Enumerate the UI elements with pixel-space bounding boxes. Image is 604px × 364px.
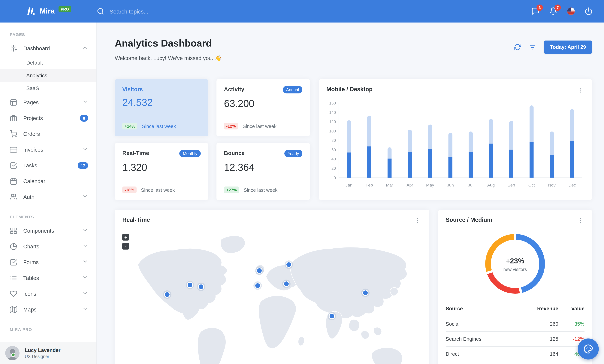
stat-card-visitors: Visitors 24.532 +14% Since last week xyxy=(115,79,208,136)
bar-desktop-Apr xyxy=(408,130,412,155)
stat-title: Activity xyxy=(224,86,244,92)
map-marker-8[interactable] xyxy=(329,313,335,319)
user-role: UX Designer xyxy=(25,354,61,359)
sidebar-item-orders[interactable]: Orders xyxy=(0,126,96,142)
sidebar-count-badge: 8 xyxy=(80,115,88,122)
sidebar-subitem-analytics[interactable]: Analytics xyxy=(0,69,96,82)
date-range-button[interactable]: Today: April 29 xyxy=(544,40,592,54)
source-medium-card: Source / Medium +23% new visitors Source… xyxy=(438,210,592,364)
col-value: Value xyxy=(558,303,584,317)
map-marker-5[interactable] xyxy=(255,283,260,289)
top-navbar: Mira PRO 3 7 xyxy=(0,0,604,23)
more-vertical-icon[interactable] xyxy=(576,216,584,225)
stat-period-badge[interactable]: Annual xyxy=(283,86,302,93)
map-marker-1[interactable] xyxy=(164,292,170,297)
sidebar-item-tables[interactable]: Tables xyxy=(0,270,96,286)
svg-text:May: May xyxy=(426,183,434,188)
sidebar-section: PAGESDashboardDefaultAnalyticsSaaSPagesP… xyxy=(0,32,96,205)
map-marker-3[interactable] xyxy=(198,284,204,289)
sidebar-item-label: Auth xyxy=(23,194,76,200)
page-title: Analytics Dashboard xyxy=(115,38,222,49)
sidebar-item-label: Components xyxy=(23,228,76,234)
sidebar-item-components[interactable]: Components xyxy=(0,223,96,239)
sidebar: PAGESDashboardDefaultAnalyticsSaaSPagesP… xyxy=(0,23,97,364)
grid-icon xyxy=(10,227,17,235)
world-map[interactable] xyxy=(122,226,422,364)
stat-period-badge[interactable]: Yearly xyxy=(284,150,302,157)
sidebar-item-invoices[interactable]: Invoices xyxy=(0,142,96,158)
sidebar-item-dashboard[interactable]: Dashboard xyxy=(0,40,96,56)
sidebar-item-forms[interactable]: Forms xyxy=(0,254,96,270)
stat-note: Since last week xyxy=(244,187,278,193)
sidebar-item-label: Charts xyxy=(23,244,76,250)
stat-note: Since last week xyxy=(141,187,175,193)
brand[interactable]: Mira PRO xyxy=(0,6,97,16)
svg-text:Feb: Feb xyxy=(365,183,373,188)
notifications-button[interactable]: 7 xyxy=(549,7,557,15)
users-icon xyxy=(10,193,17,201)
svg-text:100: 100 xyxy=(329,129,336,133)
map-marker-4[interactable] xyxy=(257,268,262,273)
screen: Mira PRO 3 7 xyxy=(0,0,604,364)
sidebar-user[interactable]: Lucy Lavender UX Designer xyxy=(0,342,96,364)
online-status-dot xyxy=(11,352,15,357)
stat-card-realtime: Real-Time Monthly 1.320 -18% Since last … xyxy=(115,143,208,200)
bar-desktop-Jun xyxy=(448,133,452,160)
sidebar-item-label: Icons xyxy=(23,291,76,297)
search-input[interactable] xyxy=(109,8,229,15)
stat-period-badge[interactable]: Monthly xyxy=(179,150,201,157)
sidebar-item-maps[interactable]: Maps xyxy=(0,302,96,317)
logout-button[interactable] xyxy=(584,7,593,15)
theme-settings-fab[interactable] xyxy=(578,339,599,360)
palette-icon xyxy=(583,344,593,354)
bar-desktop-Jan xyxy=(347,120,351,155)
sidebar-menu: PAGESDashboardDefaultAnalyticsSaaSPagesP… xyxy=(0,32,96,332)
chevron-down-icon xyxy=(82,290,88,298)
more-vertical-icon[interactable] xyxy=(414,216,422,225)
bar-mobile-Sep xyxy=(509,150,513,178)
col-source: Source xyxy=(446,303,516,317)
cell-value: +35% xyxy=(558,317,584,332)
sidebar-item-label: Pages xyxy=(23,100,76,105)
sidebar-item-projects[interactable]: Projects8 xyxy=(0,110,96,126)
mira-logo-icon xyxy=(26,6,36,16)
more-vertical-icon[interactable] xyxy=(576,86,584,94)
stat-title: Bounce xyxy=(224,150,245,156)
header-divider xyxy=(115,70,592,70)
sidebar-item-label: Calendar xyxy=(23,178,88,184)
map-zoom-in-button[interactable]: + xyxy=(122,234,129,240)
svg-text:120: 120 xyxy=(329,120,336,124)
cell-revenue: 164 xyxy=(516,347,558,361)
sidebar-item-tasks[interactable]: Tasks17 xyxy=(0,158,96,173)
language-flag-button[interactable] xyxy=(567,8,575,15)
map-marker-2[interactable] xyxy=(187,282,193,288)
sidebar-subitem-saas[interactable]: SaaS xyxy=(0,82,96,95)
source-table: Source Revenue Value Social260+35%Search… xyxy=(446,303,584,361)
sidebar-item-auth[interactable]: Auth xyxy=(0,189,96,205)
filter-button[interactable] xyxy=(528,43,537,51)
map-marker-7[interactable] xyxy=(284,281,289,287)
refresh-button[interactable] xyxy=(514,44,521,51)
donut-center-label: new visitors xyxy=(503,267,527,272)
chevron-down-icon xyxy=(82,193,88,201)
cell-source: Social xyxy=(446,317,516,332)
svg-text:Jan: Jan xyxy=(346,183,352,188)
bar-mobile-Apr xyxy=(408,152,412,178)
sidebar-item-calendar[interactable]: Calendar xyxy=(0,173,96,189)
messages-button[interactable]: 3 xyxy=(531,7,540,15)
stat-value: 24.532 xyxy=(122,97,201,108)
cell-revenue: 125 xyxy=(516,332,558,347)
sidebar-subitem-default[interactable]: Default xyxy=(0,56,96,69)
chevron-down-icon xyxy=(82,99,88,106)
user-name: Lucy Lavender xyxy=(25,347,61,354)
chevron-down-icon xyxy=(82,243,88,250)
sidebar-item-charts[interactable]: Charts xyxy=(0,239,96,254)
map-marker-6[interactable] xyxy=(286,262,291,267)
chevron-down-icon xyxy=(82,274,88,282)
sidebar-section-label: PAGES xyxy=(0,32,96,37)
sidebar-item-icons[interactable]: Icons xyxy=(0,286,96,302)
layout-icon xyxy=(10,99,17,106)
map-zoom-out-button[interactable]: - xyxy=(122,243,129,250)
sidebar-item-pages[interactable]: Pages xyxy=(0,95,96,110)
map-marker-9[interactable] xyxy=(363,290,368,296)
